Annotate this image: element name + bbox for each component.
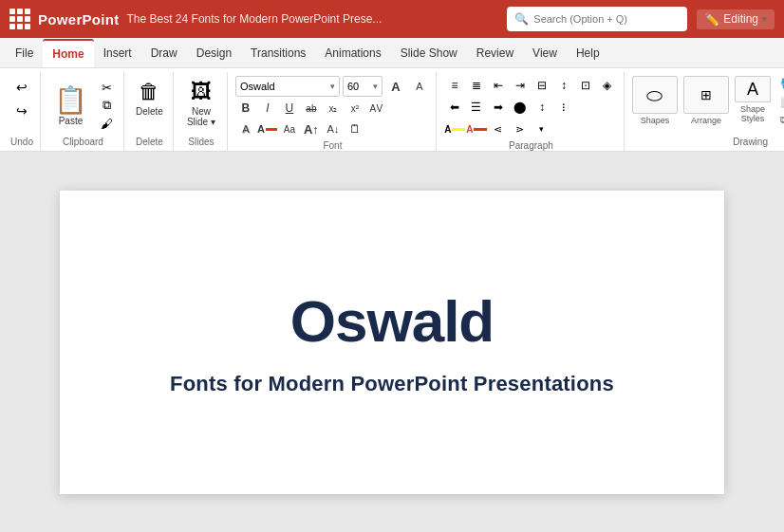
highlight-button[interactable]: A xyxy=(444,119,465,138)
search-box[interactable]: 🔍 xyxy=(507,7,687,31)
col-layout-button[interactable]: ⊟ xyxy=(532,76,552,95)
slide-canvas[interactable]: Oswald Fonts for Modern PowerPoint Prese… xyxy=(60,191,724,494)
align-center-button[interactable]: ☰ xyxy=(466,98,487,117)
font-group-content: Oswald ▾ 60 ▾ A A B I U ab x₂ x² AV xyxy=(235,72,430,140)
delete-label: Delete xyxy=(136,106,163,117)
shapes-icon: ⬭ xyxy=(646,84,663,106)
group-font: Oswald ▾ 60 ▾ A A B I U ab x₂ x² AV xyxy=(230,72,437,151)
pencil-icon: ✏️ xyxy=(704,12,719,27)
bullet-list-button[interactable]: ≡ xyxy=(444,76,465,95)
tab-animations[interactable]: Animations xyxy=(315,39,390,67)
numbered-list-button[interactable]: ≣ xyxy=(466,76,487,95)
more-para-button[interactable]: ▾ xyxy=(532,119,552,138)
para-row3: A A ⋖ ⋗ ▾ xyxy=(444,119,552,138)
paragraph-group-label: Paragraph xyxy=(444,140,618,153)
editing-chevron-icon: ▾ xyxy=(762,14,767,24)
group-slides: 🖼 New Slide ▾ Slides xyxy=(176,72,228,151)
slide-area: Oswald Fonts for Modern PowerPoint Prese… xyxy=(0,152,784,532)
text-shadow-button[interactable]: A xyxy=(235,119,256,138)
clear-format-button[interactable]: 🗒 xyxy=(345,119,365,138)
new-slide-icon: 🖼 xyxy=(191,80,212,104)
strikethrough-button[interactable]: ab xyxy=(301,99,322,118)
font-decrease-button[interactable]: A xyxy=(409,77,430,96)
shape-outline-icon: ⬜ xyxy=(780,96,784,108)
font-color-bar xyxy=(266,128,277,131)
increase-indent-button[interactable]: ⇥ xyxy=(510,76,531,95)
app-name: PowerPoint xyxy=(38,11,120,28)
font-size-inc-button[interactable]: A↑ xyxy=(301,119,322,138)
align-left-button[interactable]: ⬅ xyxy=(444,98,465,117)
shape-props: 🪣 Shape Fill ▾ ⬜ Shape Outline ▾ ⧉ Dupli… xyxy=(776,76,784,128)
shape-fill-icon: 🪣 xyxy=(780,78,784,90)
clipboard-right: ✂ ⧉ 🖌 xyxy=(95,76,118,135)
line-spacing-button[interactable]: ↕ xyxy=(532,98,552,117)
font-size-dec-button[interactable]: A↓ xyxy=(323,119,344,138)
case-button[interactable]: Aa xyxy=(279,119,300,138)
tab-draw[interactable]: Draw xyxy=(141,39,187,67)
subscript-button[interactable]: x₂ xyxy=(323,99,344,118)
duplicate-button[interactable]: ⧉ Duplicate xyxy=(776,112,784,128)
tab-design[interactable]: Design xyxy=(187,39,241,67)
delete-button[interactable]: 🗑 Delete xyxy=(132,76,167,120)
delete-group-content: 🗑 Delete xyxy=(132,72,167,137)
waffle-icon[interactable] xyxy=(9,9,30,29)
underline-button[interactable]: U xyxy=(279,99,300,118)
copy-button[interactable]: ⧉ xyxy=(95,97,118,114)
text-direction-button[interactable]: ↕ xyxy=(553,76,574,95)
format-painter-button[interactable]: 🖌 xyxy=(95,115,118,132)
decrease-indent-button[interactable]: ⇤ xyxy=(488,76,509,95)
undo-redo-group: ↩ ↪ xyxy=(9,76,34,122)
undo-group-label: Undo xyxy=(9,137,34,149)
cut-button[interactable]: ✂ xyxy=(95,79,118,96)
superscript-button[interactable]: x² xyxy=(345,99,365,118)
shape-outline-button[interactable]: ⬜ Shape Outline ▾ xyxy=(776,94,784,110)
font-row1: Oswald ▾ 60 ▾ A A xyxy=(235,76,430,97)
justify-button[interactable]: ⬤ xyxy=(510,98,531,117)
title-bar: PowerPoint The Best 24 Fonts for Modern … xyxy=(0,0,784,38)
arrange-button[interactable]: ⊞ xyxy=(683,76,729,114)
decrease-font-size-button[interactable]: ⋖ xyxy=(488,119,509,138)
duplicate-icon: ⧉ xyxy=(780,114,784,126)
arrange-container: ⊞ Arrange xyxy=(683,76,729,125)
shape-styles-container: A Shape Styles xyxy=(735,76,771,123)
shape-styles-button[interactable]: A xyxy=(735,76,771,102)
para-row1: ≡ ≣ ⇤ ⇥ ⊟ ↕ ⊡ ◈ xyxy=(444,76,618,95)
font-name-value: Oswald xyxy=(240,81,275,92)
search-input[interactable] xyxy=(533,13,666,25)
smartart-convert-button[interactable]: ◈ xyxy=(597,76,618,95)
shape-fill-button[interactable]: 🪣 Shape Fill ▾ xyxy=(776,76,784,92)
shapes-gallery[interactable]: ⬭ xyxy=(632,76,678,114)
font-color-para-button[interactable]: A xyxy=(466,119,487,138)
tab-slideshow[interactable]: Slide Show xyxy=(391,39,467,67)
group-undo: ↩ ↪ Undo xyxy=(4,72,41,151)
redo-button[interactable]: ↪ xyxy=(9,100,34,122)
font-name-selector[interactable]: Oswald ▾ xyxy=(235,76,340,97)
font-row3: A A Aa A↑ A↓ 🗒 xyxy=(235,119,365,138)
increase-font-size-button[interactable]: ⋗ xyxy=(510,119,531,138)
italic-button[interactable]: I xyxy=(257,99,278,118)
char-spacing-button[interactable]: AV xyxy=(366,99,387,118)
columns-button[interactable]: ⫶ xyxy=(553,98,574,117)
new-slide-button[interactable]: 🖼 New Slide ▾ xyxy=(181,76,221,131)
tab-review[interactable]: Review xyxy=(467,39,523,67)
undo-group-content: ↩ ↪ xyxy=(9,72,34,137)
tab-help[interactable]: Help xyxy=(567,39,609,67)
editing-badge[interactable]: ✏️ Editing ▾ xyxy=(697,9,775,29)
tab-view[interactable]: View xyxy=(523,39,567,67)
align-text-button[interactable]: ⊡ xyxy=(575,76,596,95)
font-increase-button[interactable]: A xyxy=(385,77,406,96)
undo-button[interactable]: ↩ xyxy=(9,76,34,99)
bold-button[interactable]: B xyxy=(235,99,256,118)
paste-button[interactable]: 📋 Paste xyxy=(48,76,93,135)
tab-home[interactable]: Home xyxy=(43,39,93,67)
title-bar-left: PowerPoint The Best 24 Fonts for Modern … xyxy=(9,9,497,29)
font-size-selector[interactable]: 60 ▾ xyxy=(343,76,383,97)
paste-icon: 📋 xyxy=(54,84,87,116)
font-color-button[interactable]: A xyxy=(257,119,278,138)
slide-title: Oswald xyxy=(290,287,495,355)
tab-insert[interactable]: Insert xyxy=(94,39,141,67)
tab-transitions[interactable]: Transitions xyxy=(241,39,315,67)
search-icon: 🔍 xyxy=(514,12,529,26)
tab-file[interactable]: File xyxy=(6,39,43,67)
align-right-button[interactable]: ➡ xyxy=(488,98,509,117)
